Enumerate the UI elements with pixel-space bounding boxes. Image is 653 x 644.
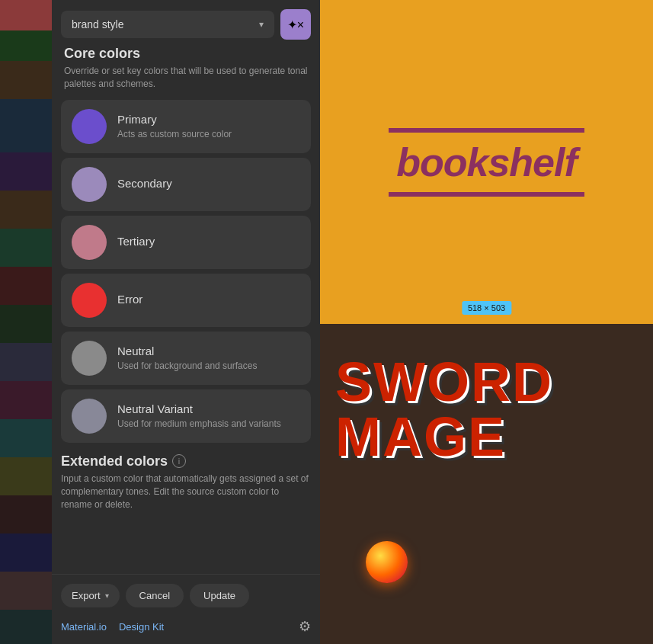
neutral-color-row[interactable]: Neutral Used for background and surfaces (61, 332, 311, 385)
size-badge: 518 × 503 (462, 301, 511, 315)
error-color-info: Error (117, 292, 300, 309)
chevron-down-icon: ▾ (259, 19, 264, 30)
main-panel: brand style ▾ ✦× Core colors Override or… (52, 0, 320, 644)
brand-style-dropdown[interactable]: brand style ▾ (61, 11, 274, 38)
export-button[interactable]: Export ▾ (61, 584, 120, 607)
panel-header: brand style ▾ ✦× (52, 0, 320, 46)
secondary-color-row[interactable]: Secondary (61, 158, 311, 211)
cancel-button[interactable]: Cancel (126, 584, 184, 607)
error-color-name: Error (117, 292, 300, 307)
primary-color-row[interactable]: Primary Acts as custom source color (61, 100, 311, 153)
design-kit-link[interactable]: Design Kit (119, 621, 164, 633)
brand-dropdown-label: brand style (72, 18, 123, 30)
bookshelf-preview-bottom: SWORDMAGE (320, 324, 653, 644)
neutral-color-name: Neutral (117, 344, 300, 359)
extended-colors-desc: Input a custom color that automatically … (61, 473, 311, 512)
tertiary-swatch (72, 225, 107, 260)
core-colors-section: Core colors Override or set key colors t… (52, 46, 320, 447)
primary-color-desc: Acts as custom source color (117, 129, 300, 141)
tertiary-color-name: Tertiary (117, 234, 300, 249)
neutral-variant-swatch (72, 399, 107, 434)
neutral-color-desc: Used for background and surfaces (117, 360, 300, 373)
sword-mage-text: SWORDMAGE (335, 354, 553, 464)
magic-orb (366, 541, 408, 583)
extended-title-row: Extended colors i (61, 453, 311, 469)
error-swatch (72, 283, 107, 318)
neutral-variant-color-name: Neutral Variant (117, 402, 300, 417)
neutral-variant-color-info: Neutral Variant Used for medium emphasis… (117, 402, 300, 430)
bookshelf-strip (0, 0, 52, 644)
magic-wand-button[interactable]: ✦× (280, 9, 311, 40)
neutral-color-info: Neutral Used for background and surfaces (117, 344, 300, 372)
bookshelf-title-text: bookshelf (396, 139, 577, 185)
extended-colors-section: Extended colors i Input a custom color t… (52, 447, 320, 518)
footer-links: Material.io Design Kit ⚙ (61, 618, 311, 635)
neutral-variant-color-desc: Used for medium emphasis and variants (117, 418, 300, 431)
secondary-color-name: Secondary (117, 176, 300, 191)
panel-footer: Export ▾ Cancel Update Material.io Desig… (52, 574, 320, 644)
magic-wand-icon: ✦× (287, 18, 304, 32)
tertiary-color-info: Tertiary (117, 234, 300, 251)
neutral-swatch (72, 341, 107, 376)
export-chevron-icon: ▾ (105, 591, 109, 600)
primary-swatch (72, 109, 107, 144)
neutral-variant-color-row[interactable]: Neutral Variant Used for medium emphasis… (61, 389, 311, 443)
error-color-row[interactable]: Error (61, 274, 311, 327)
secondary-swatch (72, 167, 107, 202)
core-colors-subtitle: Override or set key colors that will be … (61, 65, 311, 91)
core-colors-title: Core colors (61, 46, 311, 62)
primary-color-info: Primary Acts as custom source color (117, 112, 300, 140)
secondary-color-info: Secondary (117, 176, 300, 193)
tertiary-color-row[interactable]: Tertiary (61, 216, 311, 269)
footer-actions: Export ▾ Cancel Update (61, 584, 311, 607)
primary-color-name: Primary (117, 112, 300, 127)
info-icon[interactable]: i (172, 454, 186, 468)
update-button[interactable]: Update (190, 584, 249, 607)
material-io-link[interactable]: Material.io (61, 621, 107, 633)
extended-colors-title: Extended colors (61, 453, 168, 469)
preview-area: bookshelf 518 × 503 SWORDMAGE (320, 0, 653, 644)
bookshelf-preview-top: bookshelf 518 × 503 (320, 0, 653, 324)
footer-links-left: Material.io Design Kit (61, 621, 164, 633)
settings-gear-icon[interactable]: ⚙ (299, 618, 311, 635)
export-label: Export (72, 590, 101, 601)
